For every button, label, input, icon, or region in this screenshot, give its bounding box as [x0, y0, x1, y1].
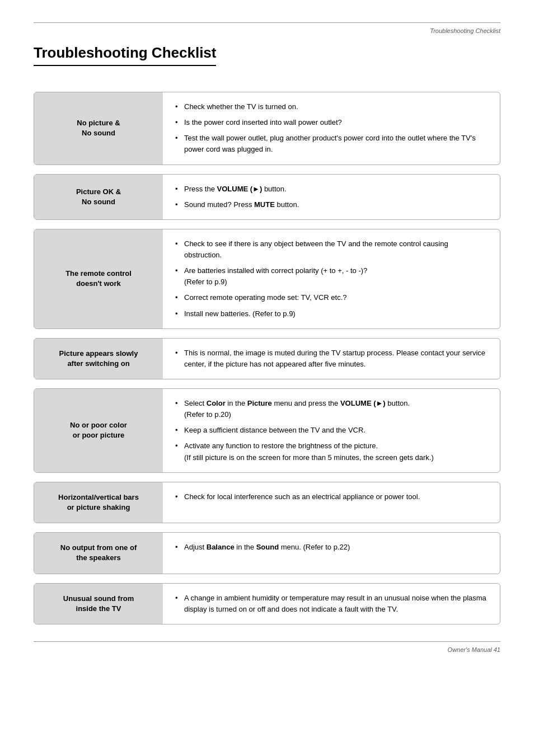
left-label-no-poor-color: No or poor coloror poor picture: [34, 389, 163, 472]
left-label-horizontal-vertical-bars: Horizontal/vertical barsor picture shaki…: [34, 482, 163, 523]
bullet-item: Select Color in the Picture menu and pre…: [175, 398, 488, 420]
bullet-item: Adjust Balance in the Sound menu. (Refer…: [175, 542, 488, 553]
bullet-item: Keep a sufficient distance between the T…: [175, 425, 488, 436]
bullet-item: Check to see if there is any object betw…: [175, 238, 488, 261]
right-content-no-picture-no-sound: Check whether the TV is turned on.Is the…: [163, 92, 500, 165]
checklist-row-horizontal-vertical-bars: Horizontal/vertical barsor picture shaki…: [34, 482, 500, 523]
right-content-picture-appears-slowly: This is normal, the image is muted durin…: [163, 339, 500, 379]
bullet-item: Check whether the TV is turned on.: [175, 101, 488, 112]
bullet-item: Press the VOLUME (►) button.: [175, 184, 488, 195]
bullet-item: Correct remote operating mode set: TV, V…: [175, 292, 488, 303]
bullet-item: Activate any function to restore the bri…: [175, 440, 488, 463]
bottom-rule: [34, 641, 500, 642]
left-label-picture-ok-no-sound: Picture OK &No sound: [34, 175, 163, 219]
left-label-picture-appears-slowly: Picture appears slowlyafter switching on: [34, 339, 163, 379]
checklist-row-no-picture-no-sound: No picture &No soundCheck whether the TV…: [34, 92, 500, 165]
bullet-item: Sound muted? Press MUTE button.: [175, 199, 488, 210]
left-label-no-output-speaker: No output from one ofthe speakers: [34, 533, 163, 573]
top-label: Troubleshooting Checklist: [34, 27, 500, 34]
bullet-item: Is the power cord inserted into wall pow…: [175, 117, 488, 128]
checklist-row-unusual-sound: Unusual sound frominside the TVA change …: [34, 583, 500, 624]
checklist-row-picture-ok-no-sound: Picture OK &No soundPress the VOLUME (►)…: [34, 174, 500, 220]
right-content-remote-control: Check to see if there is any object betw…: [163, 229, 500, 328]
checklist-row-no-output-speaker: No output from one ofthe speakersAdjust …: [34, 532, 500, 574]
page: Troubleshooting Checklist Troubleshootin…: [0, 0, 534, 756]
page-title: Troubleshooting Checklist: [34, 44, 216, 66]
checklist-row-remote-control: The remote controldoesn't workCheck to s…: [34, 229, 500, 329]
right-content-horizontal-vertical-bars: Check for local interference such as an …: [163, 482, 500, 523]
footer-label: Owner's Manual 41: [34, 646, 500, 653]
bullet-item: Are batteries installed with correct pol…: [175, 265, 488, 288]
right-content-no-output-speaker: Adjust Balance in the Sound menu. (Refer…: [163, 533, 500, 573]
checklist-row-no-poor-color: No or poor coloror poor pictureSelect Co…: [34, 388, 500, 473]
left-label-remote-control: The remote controldoesn't work: [34, 229, 163, 328]
right-content-no-poor-color: Select Color in the Picture menu and pre…: [163, 389, 500, 472]
checklist-row-picture-appears-slowly: Picture appears slowlyafter switching on…: [34, 338, 500, 379]
bullet-item: Install new batteries. (Refer to p.9): [175, 308, 488, 320]
right-content-picture-ok-no-sound: Press the VOLUME (►) button.Sound muted?…: [163, 175, 500, 219]
left-label-no-picture-no-sound: No picture &No sound: [34, 92, 163, 165]
bullet-item: This is normal, the image is muted durin…: [175, 348, 488, 370]
bullet-item: Check for local interference such as an …: [175, 491, 488, 503]
bullet-item: A change in ambient humidity or temperat…: [175, 593, 488, 615]
bullet-item: Test the wall power outlet, plug another…: [175, 133, 488, 155]
checklist-container: No picture &No soundCheck whether the TV…: [34, 92, 500, 624]
left-label-unusual-sound: Unusual sound frominside the TV: [34, 584, 163, 624]
top-rule: [34, 22, 500, 23]
right-content-unusual-sound: A change in ambient humidity or temperat…: [163, 584, 500, 624]
